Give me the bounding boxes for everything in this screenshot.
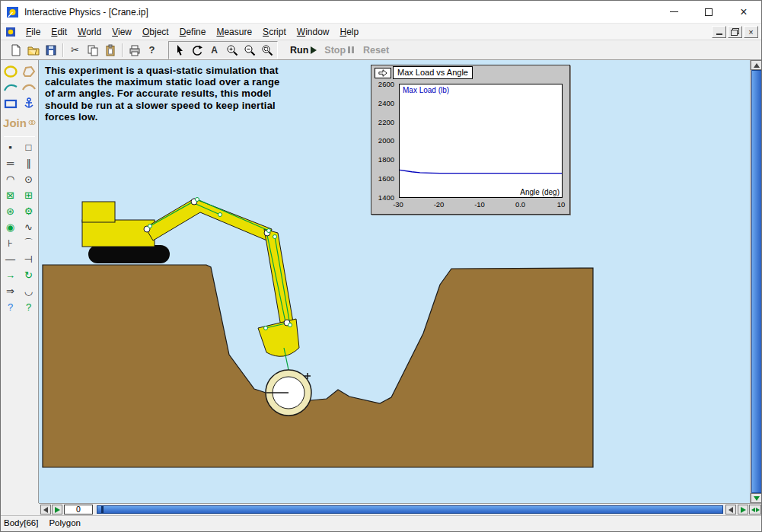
- motor-tool[interactable]: ⊛: [2, 203, 20, 219]
- vertical-scrollbar[interactable]: [750, 60, 762, 503]
- excavator-tracks[interactable]: [88, 245, 170, 263]
- pin-joint-tool[interactable]: ⊙: [20, 171, 38, 187]
- excavator-boom[interactable]: [145, 199, 272, 241]
- mdi-minimize-icon: [716, 33, 722, 35]
- terrain-body[interactable]: [43, 265, 593, 467]
- damper-tool[interactable]: ⊦: [2, 235, 20, 251]
- document-icon[interactable]: [5, 27, 16, 37]
- status-selection: Body[66]: [4, 518, 38, 527]
- y-tick-label: 2200: [378, 118, 394, 126]
- menu-item-help[interactable]: Help: [334, 25, 364, 39]
- zoom-window-button[interactable]: [258, 42, 276, 58]
- y-tick-label: 2000: [378, 136, 394, 145]
- excavator-bucket[interactable]: [258, 319, 299, 356]
- menu-item-world[interactable]: World: [72, 25, 107, 39]
- run-label: Run: [290, 45, 308, 56]
- spring-tool[interactable]: ∿: [20, 219, 38, 235]
- reset-button[interactable]: Reset: [363, 45, 389, 56]
- y-tick-label: 2400: [378, 99, 394, 107]
- curved-slot-tool[interactable]: ◠: [2, 171, 20, 187]
- join-button[interactable]: Join: [1, 111, 38, 134]
- menu-item-object[interactable]: Object: [137, 25, 174, 39]
- tape-step-forward-button[interactable]: [738, 505, 748, 514]
- anchor-tool[interactable]: [20, 95, 38, 111]
- step-back-button[interactable]: [40, 505, 51, 514]
- new-document-button[interactable]: [7, 42, 24, 58]
- rectangle-body-tool[interactable]: [2, 95, 20, 111]
- scroll-corner-buttons[interactable]: [749, 505, 761, 514]
- torque-tool[interactable]: ↻: [20, 267, 38, 283]
- arrow-icon: [377, 68, 389, 78]
- step-back-icon: [43, 507, 48, 513]
- help-button[interactable]: ?: [143, 42, 161, 58]
- menu-item-edit[interactable]: Edit: [46, 25, 72, 39]
- menu-item-view[interactable]: View: [107, 25, 137, 39]
- chart-title[interactable]: Max Load vs Angle: [393, 66, 473, 79]
- chart-window[interactable]: Max Load vs Angle 2600240022002000180016…: [371, 65, 570, 215]
- vertical-scroll-track[interactable]: [751, 70, 762, 493]
- menu-item-window[interactable]: Window: [292, 25, 335, 39]
- force-tool[interactable]: →: [2, 267, 20, 283]
- open-file-button[interactable]: [24, 42, 42, 58]
- pulley-tool[interactable]: ◉: [2, 219, 20, 235]
- cut-button[interactable]: ✂: [66, 42, 84, 58]
- excavator-stick[interactable]: [264, 229, 293, 327]
- actuator-tool[interactable]: ⇒: [2, 283, 20, 299]
- palette-divider: [4, 136, 35, 137]
- save-button[interactable]: [42, 42, 59, 58]
- excavator-cab[interactable]: [82, 202, 115, 222]
- excavator-chassis[interactable]: [82, 220, 155, 247]
- title-bar[interactable]: Interactive Physics - [Crane.ip] ×: [1, 1, 761, 24]
- paste-button[interactable]: [101, 42, 119, 58]
- mdi-restore-button[interactable]: [728, 26, 742, 38]
- circle-body-tool[interactable]: [2, 63, 20, 79]
- paste-icon: [104, 44, 116, 56]
- tape-play-button[interactable]: [52, 505, 62, 514]
- workspace-canvas[interactable]: This experiment is a quasi-static simula…: [39, 60, 750, 503]
- print-button[interactable]: [126, 42, 143, 58]
- arrow-tool-button[interactable]: [171, 42, 188, 58]
- frame-counter[interactable]: 0: [64, 505, 93, 514]
- chart-arrow-button[interactable]: [375, 68, 391, 78]
- polygon-body-tool[interactable]: [20, 63, 38, 79]
- open-folder-icon: [27, 44, 40, 56]
- menu-item-measure[interactable]: Measure: [211, 25, 257, 39]
- step-forward-icon: [741, 507, 746, 513]
- maximize-button[interactable]: [691, 1, 726, 23]
- close-button[interactable]: ×: [726, 1, 761, 23]
- curved-body-tool[interactable]: [2, 79, 20, 95]
- instruction-text[interactable]: This experiment is a quasi-static simula…: [45, 65, 280, 123]
- curved-rod-tool[interactable]: ◡: [20, 283, 38, 299]
- measure-length-tool[interactable]: ?: [2, 299, 20, 315]
- rope-tool[interactable]: ⌒: [20, 235, 38, 251]
- rod-tool[interactable]: —: [2, 251, 20, 267]
- text-tool-button[interactable]: A: [206, 42, 223, 58]
- curved-polygon-body-tool[interactable]: [20, 79, 38, 95]
- stop-button[interactable]: Stop: [324, 45, 354, 56]
- mdi-close-button[interactable]: ×: [744, 26, 758, 38]
- menu-item-script[interactable]: Script: [257, 25, 292, 39]
- slot-joint-tool[interactable]: ⊞: [20, 187, 38, 203]
- measure-force-tool[interactable]: ?: [20, 299, 38, 315]
- tape-scroll-track[interactable]: [97, 505, 723, 514]
- load-gauge[interactable]: [266, 370, 311, 416]
- zoom-out-button[interactable]: [241, 42, 258, 58]
- separator-tool[interactable]: ⊣: [20, 251, 38, 267]
- menu-item-file[interactable]: File: [21, 25, 46, 39]
- zoom-in-button[interactable]: [223, 42, 241, 58]
- point-joint-tool[interactable]: ▪: [2, 139, 20, 155]
- scroll-down-button[interactable]: [751, 493, 762, 503]
- tape-step-back-right-button[interactable]: [725, 505, 736, 514]
- copy-button[interactable]: [84, 42, 101, 58]
- square-point-joint-tool[interactable]: □: [20, 139, 38, 155]
- minimize-button[interactable]: [656, 1, 691, 23]
- scroll-up-button[interactable]: [751, 60, 762, 70]
- rotate-tool-button[interactable]: [188, 42, 206, 58]
- gear-joint-tool[interactable]: ⚙: [20, 203, 38, 219]
- rigid-joint-tool[interactable]: ⊠: [2, 187, 20, 203]
- vertical-slot-tool[interactable]: ∥: [20, 155, 38, 171]
- run-button[interactable]: Run: [290, 45, 317, 56]
- menu-item-define[interactable]: Define: [174, 25, 212, 39]
- mdi-minimize-button[interactable]: [712, 26, 726, 38]
- horizontal-slot-tool[interactable]: ═: [2, 155, 20, 171]
